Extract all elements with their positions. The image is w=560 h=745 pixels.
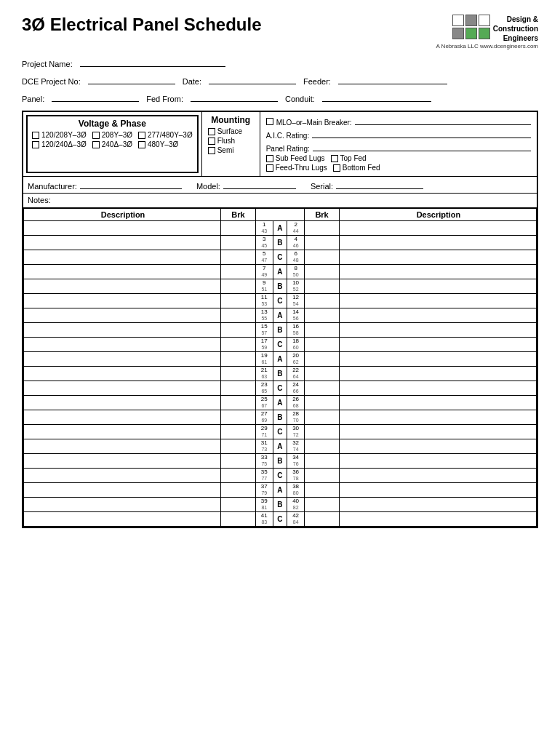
right-desc-cell[interactable] [339, 483, 536, 498]
fed-from-field[interactable] [191, 92, 278, 102]
right-brk-cell[interactable] [305, 454, 339, 469]
right-desc-cell[interactable] [339, 469, 536, 483]
right-desc-cell[interactable] [339, 367, 536, 381]
left-desc-cell[interactable] [24, 338, 221, 352]
right-desc-cell[interactable] [339, 425, 536, 439]
left-desc-cell[interactable] [24, 323, 221, 338]
right-desc-cell[interactable] [339, 396, 536, 410]
left-brk-cell[interactable] [221, 425, 255, 439]
right-desc-cell[interactable] [339, 294, 536, 308]
left-brk-cell[interactable] [221, 454, 255, 469]
right-brk-cell[interactable] [305, 250, 339, 265]
left-desc-cell[interactable] [24, 352, 221, 367]
mount-semi[interactable]: Semi [208, 146, 254, 154]
panel-rating-field[interactable] [313, 141, 531, 151]
right-brk-cell[interactable] [305, 396, 339, 410]
left-desc-cell[interactable] [24, 454, 221, 469]
vp-checkbox-0[interactable] [32, 132, 39, 139]
mount-semi-checkbox[interactable] [208, 147, 215, 154]
right-brk-cell[interactable] [305, 279, 339, 294]
right-brk-cell[interactable] [305, 236, 339, 250]
vp-option-4[interactable]: 240Δ–3Ø [92, 140, 132, 148]
left-brk-cell[interactable] [221, 381, 255, 396]
right-brk-cell[interactable] [305, 221, 339, 236]
left-brk-cell[interactable] [221, 396, 255, 410]
left-brk-cell[interactable] [221, 236, 255, 250]
left-brk-cell[interactable] [221, 279, 255, 294]
left-desc-cell[interactable] [24, 512, 221, 527]
vp-option-5[interactable]: 480Y–3Ø [138, 140, 178, 148]
dce-field[interactable] [88, 74, 175, 84]
left-desc-cell[interactable] [24, 250, 221, 265]
model-field[interactable] [223, 179, 296, 189]
left-brk-cell[interactable] [221, 469, 255, 483]
feed-thru-checkbox[interactable] [266, 164, 273, 172]
right-desc-cell[interactable] [339, 410, 536, 425]
vp-checkbox-3[interactable] [32, 141, 39, 148]
right-desc-cell[interactable] [339, 279, 536, 294]
left-brk-cell[interactable] [221, 221, 255, 236]
left-brk-cell[interactable] [221, 265, 255, 279]
project-name-field[interactable] [80, 57, 225, 67]
vp-option-1[interactable]: 208Y–3Ø [92, 131, 132, 139]
left-desc-cell[interactable] [24, 483, 221, 498]
conduit-field[interactable] [322, 92, 431, 102]
right-desc-cell[interactable] [339, 454, 536, 469]
left-desc-cell[interactable] [24, 469, 221, 483]
right-brk-cell[interactable] [305, 469, 339, 483]
right-brk-cell[interactable] [305, 338, 339, 352]
vp-checkbox-4[interactable] [92, 141, 100, 148]
right-desc-cell[interactable] [339, 439, 536, 454]
left-brk-cell[interactable] [221, 483, 255, 498]
right-desc-cell[interactable] [339, 221, 536, 236]
right-brk-cell[interactable] [305, 308, 339, 323]
vp-checkbox-2[interactable] [138, 132, 145, 139]
right-brk-cell[interactable] [305, 323, 339, 338]
right-brk-cell[interactable] [305, 352, 339, 367]
mount-flush-checkbox[interactable] [208, 138, 215, 145]
right-desc-cell[interactable] [339, 250, 536, 265]
right-brk-cell[interactable] [305, 410, 339, 425]
left-desc-cell[interactable] [24, 425, 221, 439]
right-desc-cell[interactable] [339, 308, 536, 323]
mount-surface-checkbox[interactable] [208, 128, 215, 135]
right-brk-cell[interactable] [305, 439, 339, 454]
vp-checkbox-1[interactable] [92, 132, 100, 139]
right-brk-cell[interactable] [305, 512, 339, 527]
vp-option-0[interactable]: 120/208Y–3Ø [32, 131, 87, 139]
left-brk-cell[interactable] [221, 294, 255, 308]
sub-feed-checkbox[interactable] [266, 155, 273, 162]
mlo-field[interactable] [355, 115, 531, 125]
right-brk-cell[interactable] [305, 367, 339, 381]
left-desc-cell[interactable] [24, 294, 221, 308]
left-brk-cell[interactable] [221, 439, 255, 454]
right-desc-cell[interactable] [339, 512, 536, 527]
right-brk-cell[interactable] [305, 381, 339, 396]
bottom-fed-item[interactable]: Bottom Fed [333, 164, 380, 172]
right-desc-cell[interactable] [339, 381, 536, 396]
feeder-field[interactable] [338, 74, 447, 84]
left-desc-cell[interactable] [24, 439, 221, 454]
vp-checkbox-5[interactable] [138, 141, 145, 148]
right-desc-cell[interactable] [339, 352, 536, 367]
right-brk-cell[interactable] [305, 483, 339, 498]
right-brk-cell[interactable] [305, 294, 339, 308]
right-desc-cell[interactable] [339, 265, 536, 279]
bottom-fed-checkbox[interactable] [333, 164, 340, 172]
left-desc-cell[interactable] [24, 308, 221, 323]
left-brk-cell[interactable] [221, 308, 255, 323]
left-desc-cell[interactable] [24, 396, 221, 410]
left-brk-cell[interactable] [221, 498, 255, 512]
mlo-checkbox[interactable] [266, 118, 273, 125]
top-fed-item[interactable]: Top Fed [331, 154, 367, 162]
serial-field[interactable] [336, 179, 423, 189]
left-brk-cell[interactable] [221, 323, 255, 338]
left-desc-cell[interactable] [24, 367, 221, 381]
right-brk-cell[interactable] [305, 498, 339, 512]
top-fed-checkbox[interactable] [331, 155, 338, 162]
left-desc-cell[interactable] [24, 221, 221, 236]
date-field[interactable] [209, 74, 296, 84]
right-desc-cell[interactable] [339, 323, 536, 338]
left-brk-cell[interactable] [221, 367, 255, 381]
left-desc-cell[interactable] [24, 236, 221, 250]
